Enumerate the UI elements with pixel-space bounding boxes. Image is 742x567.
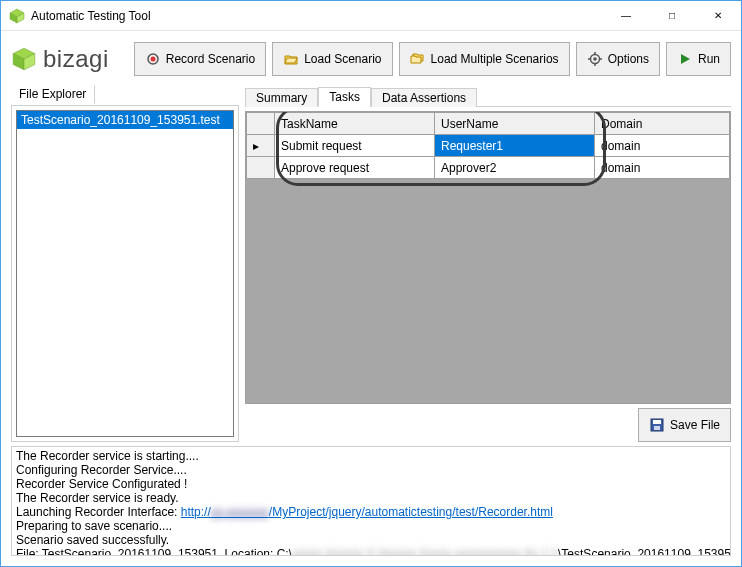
play-icon [677, 51, 693, 67]
tab-data-assertions[interactable]: Data Assertions [371, 88, 477, 107]
cell-domain[interactable]: domain [595, 135, 730, 157]
log-line: Scenario saved successfully. [16, 533, 726, 547]
save-file-button[interactable]: Save File [638, 408, 731, 442]
col-domain[interactable]: Domain [595, 113, 730, 135]
cell-username[interactable]: Approver2 [435, 157, 595, 179]
log-line: Configuring Recorder Service.... [16, 463, 726, 477]
gear-icon [587, 51, 603, 67]
log-line: File: TestScenario_20161109_153951. Loca… [16, 547, 726, 556]
cell-taskname[interactable]: Approve request [275, 157, 435, 179]
svg-point-7 [150, 57, 155, 62]
svg-rect-16 [653, 420, 661, 424]
col-username[interactable]: UserName [435, 113, 595, 135]
row-indicator-icon [247, 157, 275, 179]
table-row[interactable]: Approve request Approver2 domain [247, 157, 730, 179]
svg-marker-14 [681, 54, 690, 64]
log-line: Recorder Service Configurated ! [16, 477, 726, 491]
grid-corner [247, 113, 275, 135]
log-line: Preparing to save scenario.... [16, 519, 726, 533]
log-output[interactable]: The Recorder service is starting.... Con… [11, 446, 731, 556]
file-item[interactable]: TestScenario_20161109_153951.test [17, 111, 233, 129]
table-row[interactable]: ▸ Submit request Requester1 domain [247, 135, 730, 157]
record-icon [145, 51, 161, 67]
tasks-grid[interactable]: TaskName UserName Domain ▸ Submit reques… [245, 111, 731, 404]
app-window: Automatic Testing Tool — □ ✕ bizagi [0, 0, 742, 567]
file-explorer-tab[interactable]: File Explorer [11, 85, 95, 104]
run-button[interactable]: Run [666, 42, 731, 76]
log-line: The Recorder service is ready. [16, 491, 726, 505]
cell-taskname[interactable]: Submit request [275, 135, 435, 157]
app-cube-icon [9, 8, 25, 24]
svg-rect-17 [654, 426, 660, 430]
file-list[interactable]: TestScenario_20161109_153951.test [16, 110, 234, 437]
logo-cube-icon [11, 46, 37, 72]
maximize-button[interactable]: □ [649, 1, 695, 31]
close-button[interactable]: ✕ [695, 1, 741, 31]
row-indicator-icon: ▸ [247, 135, 275, 157]
folders-icon [410, 51, 426, 67]
logo: bizagi [11, 45, 109, 73]
titlebar: Automatic Testing Tool — □ ✕ [1, 1, 741, 31]
right-tabs: Summary Tasks Data Assertions [245, 85, 731, 107]
load-scenario-button[interactable]: Load Scenario [272, 42, 392, 76]
minimize-button[interactable]: — [603, 1, 649, 31]
cell-username[interactable]: Requester1 [435, 135, 595, 157]
window-title: Automatic Testing Tool [31, 9, 151, 23]
svg-point-9 [593, 57, 597, 61]
cell-domain[interactable]: domain [595, 157, 730, 179]
load-multiple-scenarios-button[interactable]: Load Multiple Scenarios [399, 42, 570, 76]
save-icon [649, 417, 665, 433]
recorder-link[interactable]: http://xx-xxxxxxx/MyProject/jquery/autom… [181, 505, 553, 519]
logo-text: bizagi [43, 45, 109, 73]
tab-summary[interactable]: Summary [245, 88, 318, 107]
toolbar: bizagi Record Scenario Load Scenario Loa… [11, 37, 731, 81]
folder-open-icon [283, 51, 299, 67]
log-line: Launching Recorder Interface: http://xx-… [16, 505, 726, 519]
file-explorer-panel: TestScenario_20161109_153951.test [11, 105, 239, 442]
col-taskname[interactable]: TaskName [275, 113, 435, 135]
tab-tasks[interactable]: Tasks [318, 87, 371, 107]
log-line: The Recorder service is starting.... [16, 449, 726, 463]
record-scenario-button[interactable]: Record Scenario [134, 42, 266, 76]
options-button[interactable]: Options [576, 42, 660, 76]
